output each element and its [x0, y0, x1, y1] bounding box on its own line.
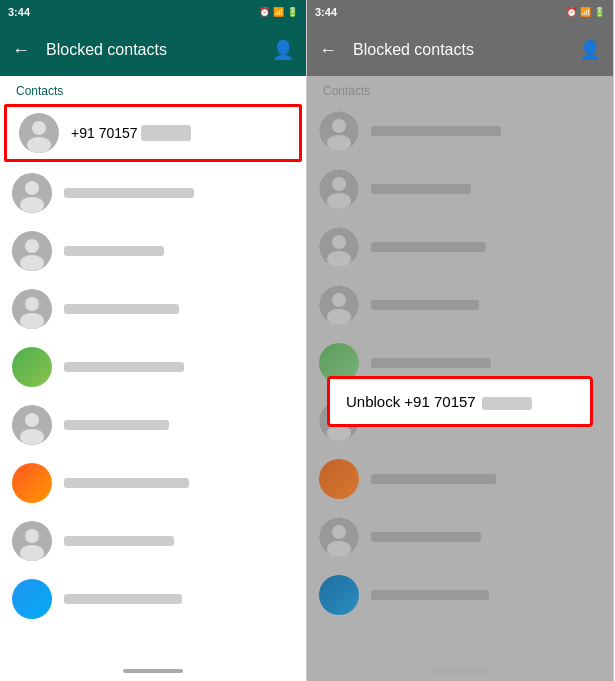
svg-point-1	[32, 121, 46, 135]
svg-point-35	[327, 541, 351, 557]
svg-point-11	[20, 313, 44, 329]
avatar-r8	[319, 517, 359, 557]
svg-point-4	[25, 181, 39, 195]
svg-point-22	[332, 177, 346, 191]
contact-info-8	[64, 536, 294, 546]
contact-item-r1[interactable]	[307, 102, 613, 160]
unblock-suffix-blurred	[482, 397, 532, 410]
svg-point-26	[327, 251, 351, 267]
contact-name-r2	[371, 184, 471, 194]
bottom-bar-right	[307, 661, 613, 681]
contact-item-r2[interactable]	[307, 160, 613, 218]
avatar-5	[12, 347, 52, 387]
contact-info-r9	[371, 590, 601, 600]
svg-point-17	[20, 545, 44, 561]
contacts-section-right: Contacts	[307, 76, 613, 661]
header-right: ← Blocked contacts 👤	[307, 24, 613, 76]
contact-item-8[interactable]	[0, 512, 306, 570]
contact-item-2[interactable]	[0, 164, 306, 222]
contact-info-r3	[371, 242, 601, 252]
contact-name-r1	[371, 126, 501, 136]
avatar-r7	[319, 459, 359, 499]
alarm-icon: ⏰	[259, 7, 270, 17]
status-bar-left: 3:44 ⏰ 📶 🔋	[0, 0, 306, 24]
svg-point-34	[332, 525, 346, 539]
back-button-left[interactable]: ←	[12, 40, 30, 61]
contact-item-9[interactable]	[0, 570, 306, 628]
svg-point-14	[20, 429, 44, 445]
bottom-indicator-right	[430, 669, 490, 673]
contact-info-4	[64, 304, 294, 314]
status-time-left: 3:44	[8, 6, 30, 18]
wifi-icon-right: 🔋	[594, 7, 605, 17]
svg-point-29	[327, 309, 351, 325]
svg-point-8	[20, 255, 44, 271]
contact-info-1: +91 70157 X	[71, 125, 287, 141]
left-phone-panel: 3:44 ⏰ 📶 🔋 ← Blocked contacts 👤 Contacts…	[0, 0, 307, 681]
contact-item-r9[interactable]	[307, 566, 613, 624]
status-bar-right: 3:44 ⏰ 📶 🔋	[307, 0, 613, 24]
contact-info-7	[64, 478, 294, 488]
contact-item-4[interactable]	[0, 280, 306, 338]
contact-item-5[interactable]	[0, 338, 306, 396]
avatar-2	[12, 173, 52, 213]
contacts-label-left: Contacts	[0, 76, 306, 102]
contact-item-6[interactable]	[0, 396, 306, 454]
contact-name-5	[64, 362, 184, 372]
alarm-icon-right: ⏰	[566, 7, 577, 17]
unblock-context-menu[interactable]: Unblock +91 70157	[327, 376, 593, 427]
signal-icon-right: 📶	[580, 7, 591, 17]
header-title-left: Blocked contacts	[46, 41, 256, 59]
avatar-4	[12, 289, 52, 329]
contact-item-3[interactable]	[0, 222, 306, 280]
contact-name-r4	[371, 300, 479, 310]
status-icons-right: ⏰ 📶 🔋	[566, 7, 605, 17]
contact-info-3	[64, 246, 294, 256]
wifi-icon: 🔋	[287, 7, 298, 17]
contacts-section-left: Contacts +91 70157 X	[0, 76, 306, 661]
bottom-bar-left	[0, 661, 306, 681]
contact-name-r3	[371, 242, 486, 252]
contact-item-1[interactable]: +91 70157 X	[4, 104, 302, 162]
contact-info-r2	[371, 184, 601, 194]
contact-name-9	[64, 594, 182, 604]
contact-item-r7[interactable]	[307, 450, 613, 508]
svg-point-25	[332, 235, 346, 249]
contact-name-r5	[371, 358, 491, 368]
svg-point-2	[27, 137, 51, 153]
add-contact-icon-left[interactable]: 👤	[272, 39, 294, 61]
svg-point-5	[20, 197, 44, 213]
contact-name-6	[64, 420, 169, 430]
contacts-label-right: Contacts	[307, 76, 613, 102]
contact-item-r8[interactable]	[307, 508, 613, 566]
avatar-r1	[319, 111, 359, 151]
svg-point-32	[327, 425, 351, 441]
svg-point-16	[25, 529, 39, 543]
avatar-r4	[319, 285, 359, 325]
svg-point-19	[332, 119, 346, 133]
status-time-right: 3:44	[315, 6, 337, 18]
contact-name-r7	[371, 474, 496, 484]
contact-info-r5	[371, 358, 601, 368]
right-phone-panel: 3:44 ⏰ 📶 🔋 ← Blocked contacts 👤 Contacts	[307, 0, 614, 681]
contact-name-4	[64, 304, 179, 314]
contact-info-5	[64, 362, 294, 372]
back-button-right[interactable]: ←	[319, 40, 337, 61]
unblock-menu-item[interactable]: Unblock +91 70157	[346, 393, 574, 410]
avatar-9	[12, 579, 52, 619]
avatar-r2	[319, 169, 359, 209]
contact-name-1: +91 70157 X	[71, 125, 287, 141]
avatar-6	[12, 405, 52, 445]
contact-info-r4	[371, 300, 601, 310]
avatar-r3	[319, 227, 359, 267]
contact-name-r8	[371, 532, 481, 542]
add-contact-icon-right[interactable]: 👤	[579, 39, 601, 61]
contact-item-r4[interactable]	[307, 276, 613, 334]
header-title-right: Blocked contacts	[353, 41, 563, 59]
contact-item-r3[interactable]	[307, 218, 613, 276]
contact-item-7[interactable]	[0, 454, 306, 512]
contact-info-r1	[371, 126, 601, 136]
avatar-8	[12, 521, 52, 561]
contact-info-9	[64, 594, 294, 604]
contact-name-r9	[371, 590, 489, 600]
